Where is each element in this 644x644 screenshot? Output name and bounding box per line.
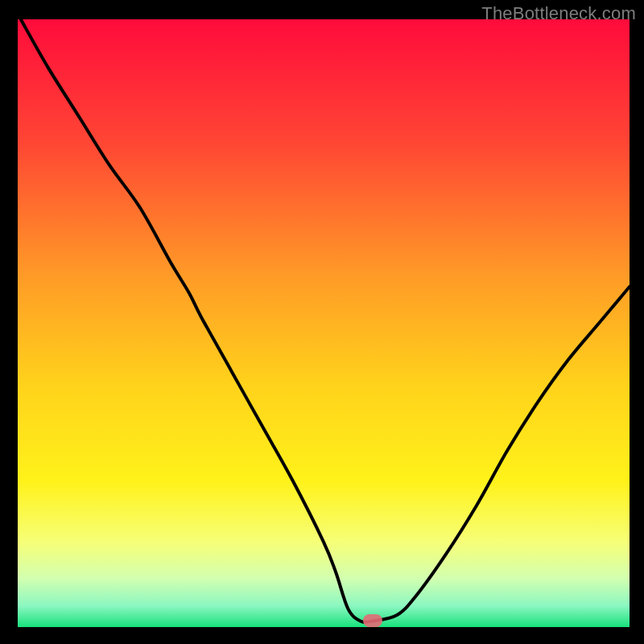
- plot-area: [18, 19, 630, 627]
- optimal-point-marker: [363, 614, 382, 627]
- chart-stage: TheBottleneck.com: [0, 0, 644, 644]
- bottleneck-curve: [18, 19, 630, 627]
